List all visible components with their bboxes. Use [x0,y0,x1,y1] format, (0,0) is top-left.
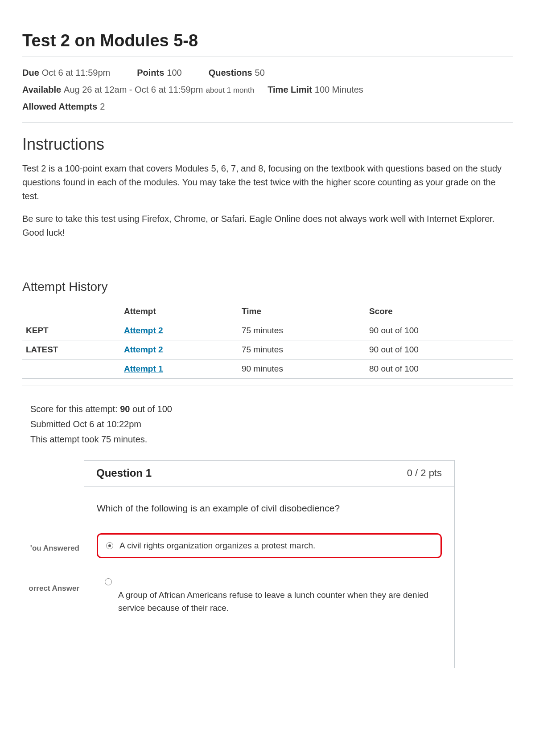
attempts-value: 2 [100,102,105,111]
due-label: Due [22,68,39,78]
instructions-text: Test 2 is a 100-point exam that covers M… [22,162,513,203]
row-time: 90 minutes [238,360,366,379]
quiz-title: Test 2 on Modules 5-8 [22,31,513,50]
row-status: KEPT [22,321,120,340]
col-attempt: Attempt [120,302,238,321]
correct-answer-label: orrect Answer [29,584,79,593]
attempts-label: Allowed Attempts [22,102,97,111]
selected-answer-box: A civil rights organization organizes a … [97,533,442,558]
score-suffix: out of 100 [130,404,172,414]
score-prefix: Score for this attempt: [30,404,120,414]
radio-empty-icon [105,578,112,585]
question-block: Question 1 0 / 2 pts 'ou Answered orrect… [22,460,513,668]
points-label: Points [137,68,164,78]
attempt-history-table: Attempt Time Score KEPT Attempt 2 75 min… [22,302,513,379]
timelimit-value: 100 Minutes [315,85,363,94]
row-status: LATEST [22,340,120,360]
attempt-history-heading: Attempt History [22,280,513,294]
score-summary: Score for this attempt: 90 out of 100 Su… [30,401,513,447]
instructions-heading: Instructions [22,135,513,154]
available-value: Aug 26 at 12am - Oct 6 at 11:59pm [64,85,203,94]
divider [22,385,513,385]
due-value: Oct 6 at 11:59pm [42,68,110,78]
attempt-link[interactable]: Attempt 2 [124,345,163,354]
instructions-text: Be sure to take this test using Firefox,… [22,212,513,240]
question-body: Which of the following is an example of … [84,486,455,668]
submitted-line: Submitted Oct 6 at 10:22pm [30,417,513,432]
divider [22,122,513,123]
col-score: Score [366,302,513,321]
col-blank [22,302,120,321]
row-score: 90 out of 100 [366,340,513,360]
col-time: Time [238,302,366,321]
you-answered-label: 'ou Answered [30,544,79,553]
available-hint: about 1 month [206,86,255,94]
divider [99,562,440,562]
duration-line: This attempt took 75 minutes. [30,432,513,447]
points-value: 100 [167,68,181,78]
correct-answer-row [97,577,442,585]
row-score: 90 out of 100 [366,321,513,340]
questions-label: Questions [209,68,252,78]
row-time: 75 minutes [238,321,366,340]
row-time: 75 minutes [238,340,366,360]
score-value: 90 [120,404,130,414]
table-row: LATEST Attempt 2 75 minutes 90 out of 10… [22,340,513,360]
question-header: Question 1 0 / 2 pts [84,460,455,486]
timelimit-label: Time Limit [268,85,312,94]
attempt-link[interactable]: Attempt 1 [124,364,163,373]
table-row: KEPT Attempt 2 75 minutes 90 out of 100 [22,321,513,340]
radio-selected-icon [106,542,113,549]
question-points: 0 / 2 pts [407,467,442,479]
selected-answer-text: A civil rights organization organizes a … [119,541,315,551]
questions-value: 50 [255,68,265,78]
row-score: 80 out of 100 [366,360,513,379]
question-label: Question 1 [96,467,152,479]
quiz-metadata: DueOct 6 at 11:59pm Points100 Questions5… [22,57,513,122]
table-row: Attempt 1 90 minutes 80 out of 100 [22,360,513,379]
correct-answer-text: A group of African Americans refuse to l… [97,589,442,614]
available-label: Available [22,85,61,94]
question-prompt: Which of the following is an example of … [97,503,442,514]
row-status [22,360,120,379]
attempt-link[interactable]: Attempt 2 [124,326,163,335]
